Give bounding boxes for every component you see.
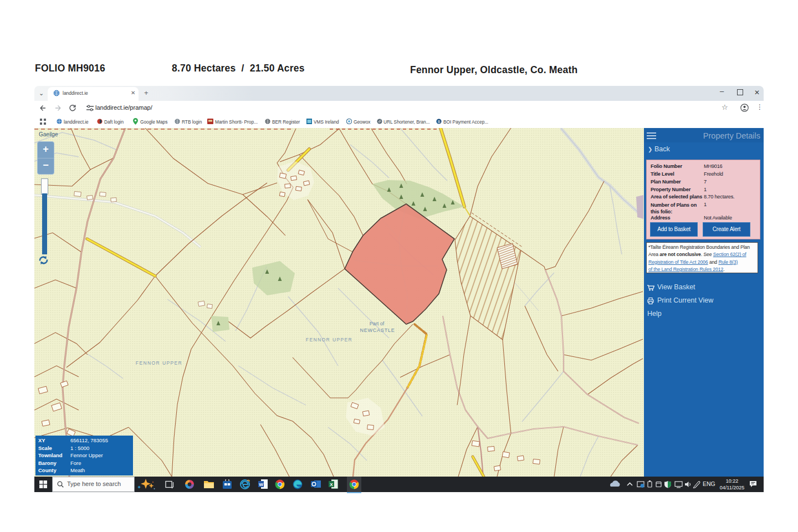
- svg-text:X: X: [330, 482, 333, 487]
- svg-text:W: W: [259, 482, 263, 487]
- svg-text:FENNOR UPPER: FENNOR UPPER: [306, 337, 352, 342]
- svg-text:FENNOR UPPER: FENNOR UPPER: [136, 360, 182, 366]
- svg-text:NEWCASTLE: NEWCASTLE: [360, 328, 395, 333]
- svg-text:B: B: [438, 120, 441, 124]
- svg-text:Part of: Part of: [370, 321, 385, 326]
